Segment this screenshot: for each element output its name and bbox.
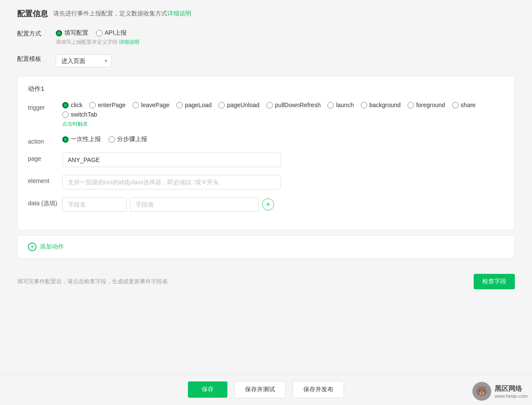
field-name-input[interactable] (62, 197, 127, 212)
page-field (62, 153, 504, 167)
add-field-button[interactable]: + (262, 198, 274, 210)
bottom-bar: 保存 保存并测试 保存并发布 (0, 374, 532, 405)
action-card: 动作1 trigger click enterPage leavePage (17, 76, 515, 230)
add-action-row[interactable]: + 添加动作 (17, 235, 515, 258)
trigger-leavePage[interactable]: leavePage (133, 102, 169, 108)
config-method-api[interactable]: API上报 (96, 29, 127, 37)
template-select-wrapper: 进入页面 离开页面 点击事件 自定义 ▾ (56, 54, 112, 67)
trigger-switchTab[interactable]: switchTab (62, 111, 97, 118)
trigger-hint: 点击时触发 (62, 120, 504, 128)
footer-hint: 填写完事件配置后，请点击检查字段，生成或更新事件字段表 (17, 278, 168, 285)
add-action-icon: + (28, 243, 36, 251)
page-title: 配置信息 (17, 9, 48, 19)
action-step[interactable]: 分步骤上报 (109, 135, 147, 143)
action-title: 动作1 (28, 85, 504, 93)
element-row: element (28, 175, 504, 189)
page-input[interactable] (62, 153, 281, 167)
config-hint-link[interactable]: 详细说明 (119, 39, 139, 45)
trigger-foreground[interactable]: foreground (408, 102, 445, 108)
template-select[interactable]: 进入页面 离开页面 点击事件 自定义 (56, 54, 112, 67)
data-label: data (选填) (28, 197, 62, 207)
action-type-row: action 一次性上报 分步骤上报 (28, 135, 504, 145)
page-row: page (28, 153, 504, 167)
trigger-share[interactable]: share (452, 102, 476, 108)
data-row: data (选填) + (28, 197, 504, 212)
action-type-label: action (28, 135, 62, 145)
trigger-field: click enterPage leavePage pageLoad (62, 102, 504, 128)
trigger-click[interactable]: click (62, 102, 82, 108)
trigger-label: trigger (28, 102, 62, 111)
data-inputs: + (62, 197, 504, 212)
trigger-pageUnload[interactable]: pageUnload (218, 102, 260, 108)
save-button[interactable]: 保存 (188, 381, 227, 398)
element-input[interactable] (62, 175, 281, 189)
footer-bar: 填写完事件配置后，请点击检查字段，生成或更新事件字段表 检查字段 (17, 267, 515, 296)
trigger-row: trigger click enterPage leavePage (28, 102, 504, 128)
page-label: page (28, 153, 62, 162)
page-description: 请先进行事件上报配置，定义数据收集方式详细说明 (53, 10, 191, 18)
detail-link[interactable]: 详细说明 (167, 10, 191, 17)
trigger-radio-group: click enterPage leavePage pageLoad (62, 102, 504, 118)
config-template-label: 配置模板 (17, 54, 56, 63)
save-test-button[interactable]: 保存并测试 (234, 381, 286, 398)
trigger-background[interactable]: background (361, 102, 401, 108)
config-method-group: 填写配置 API上报 (56, 29, 515, 37)
trigger-enterPage[interactable]: enterPage (89, 102, 126, 108)
check-fields-button[interactable]: 检查字段 (474, 274, 515, 289)
action-once[interactable]: 一次性上报 (62, 135, 101, 143)
action-type-group: 一次性上报 分步骤上报 (62, 135, 504, 143)
config-method-label: 配置方式 (17, 29, 56, 38)
config-method-fill[interactable]: 填写配置 (56, 29, 88, 37)
element-label: element (28, 175, 62, 184)
watermark-url: www.heiqu.com (495, 393, 528, 399)
watermark-name: 黑区网络 (495, 384, 528, 393)
data-field: + (62, 197, 504, 212)
trigger-launch[interactable]: launch (327, 102, 354, 108)
config-method-hint: 请填写上报配置并定义字段 详细说明 (56, 39, 515, 46)
element-field (62, 175, 504, 189)
watermark: 🐻 黑区网络 www.heiqu.com (472, 382, 528, 401)
add-action-label: 添加动作 (40, 243, 64, 251)
field-value-input[interactable] (130, 197, 259, 212)
trigger-pageLoad[interactable]: pageLoad (176, 102, 212, 108)
action-type-field: 一次性上报 分步骤上报 (62, 135, 504, 143)
trigger-pullDownRefresh[interactable]: pullDownRefresh (266, 102, 321, 108)
save-publish-button[interactable]: 保存并发布 (293, 381, 344, 398)
watermark-logo: 🐻 (472, 382, 491, 401)
